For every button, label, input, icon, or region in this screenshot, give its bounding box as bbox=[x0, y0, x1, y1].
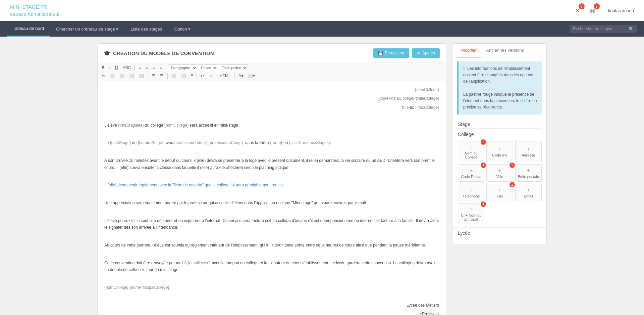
tabs-header: Modifier Anciennes versions bbox=[453, 44, 546, 57]
cut-button[interactable]: ✂ bbox=[100, 72, 107, 80]
main-content: 🎓 CRÉATION DU MODÈLE DE CONVENTION 💾 Enr… bbox=[87, 37, 557, 315]
info-icon: ℹ bbox=[463, 66, 465, 71]
btn-telephone[interactable]: + Téléphone bbox=[458, 184, 484, 201]
btn-label: Email bbox=[524, 194, 533, 198]
paste-word-button[interactable]: ⬜ bbox=[137, 72, 146, 80]
justify-button[interactable]: ≡ bbox=[158, 64, 164, 72]
copy-button[interactable]: ⬜ bbox=[108, 72, 117, 80]
btn-badge: 3 bbox=[481, 139, 486, 145]
editor-body[interactable]: {nomCollege} {codePostalCollege} {villeC… bbox=[98, 81, 446, 315]
bold-button[interactable]: B bbox=[100, 64, 107, 72]
toolbar-sep-3 bbox=[148, 73, 148, 79]
btn-label: Nom du Collège bbox=[460, 151, 483, 159]
toolbar-row-1: B I U ABC ≡ ≡ ≡ ≡ Paragraphe Titre 1 Tit… bbox=[100, 64, 444, 72]
editor-toolbar: B I U ABC ≡ ≡ ≡ ≡ Paragraphe Titre 1 Tit… bbox=[98, 63, 446, 81]
editor-line-13: Une appréciation sera également portée p… bbox=[104, 199, 439, 206]
eye-icon: 👁 bbox=[417, 51, 421, 55]
indent-button[interactable]: ⬜ bbox=[179, 72, 188, 80]
plus-icon: + bbox=[527, 146, 530, 152]
editor-line-9: A son arrivée 10 minutes avant le début … bbox=[104, 157, 439, 171]
btn-label: Code Postal bbox=[461, 175, 481, 179]
toolbar-sep-5 bbox=[197, 73, 197, 79]
preview-button[interactable]: 👁 Aperçu bbox=[412, 48, 440, 58]
align-center-button[interactable]: ≡ bbox=[144, 64, 150, 72]
numbering-button[interactable]: ☰ bbox=[158, 72, 166, 80]
btn-email[interactable]: + Email bbox=[515, 184, 542, 201]
undo-button[interactable]: ↩ bbox=[199, 72, 206, 80]
plus-icon: + bbox=[527, 187, 530, 193]
btn-fax[interactable]: + Fax 1 bbox=[486, 184, 513, 201]
nav-item-creneau[interactable]: Chercher un créneau de stage ▾ bbox=[50, 22, 124, 36]
editor-line-4 bbox=[104, 113, 439, 120]
plus-icon: + bbox=[498, 187, 501, 193]
editor-panel: 🎓 CRÉATION DU MODÈLE DE CONVENTION 💾 Enr… bbox=[97, 43, 446, 315]
nav-item-option[interactable]: Option ▾ bbox=[168, 22, 197, 36]
editor-line-14 bbox=[104, 208, 439, 215]
paste-text-button[interactable]: ⬜ bbox=[127, 72, 136, 80]
badge-icon-grid[interactable]: ▦ 3 bbox=[588, 5, 598, 15]
btn-label: Ville bbox=[496, 175, 503, 179]
font-select[interactable]: Police Arial Times bbox=[198, 64, 218, 71]
btn-boite-postale[interactable]: + Boite postale bbox=[515, 164, 542, 182]
section-title-college: Collège bbox=[453, 129, 546, 138]
editor-header: 🎓 CRÉATION DU MODÈLE DE CONVENTION 💾 Enr… bbox=[98, 44, 446, 63]
search-input[interactable] bbox=[573, 27, 627, 31]
font-size-select[interactable]: Taille police 12 14 bbox=[219, 64, 248, 71]
align-right-button[interactable]: ≡ bbox=[151, 64, 157, 72]
toolbar-sep-7 bbox=[234, 73, 235, 79]
align-left-button[interactable]: ≡ bbox=[137, 64, 143, 72]
sidebar-tabs: Modifier Anciennes versions ℹ Les inform… bbox=[453, 43, 547, 244]
btn-code-rne[interactable]: + Code rne bbox=[486, 141, 513, 162]
badge-count-2: 3 bbox=[594, 3, 600, 9]
info-box: ℹ Les informations de l'établissement do… bbox=[457, 61, 542, 115]
blockquote-button[interactable]: ❝ bbox=[189, 72, 195, 80]
editor-line-1: {nomCollege} bbox=[104, 86, 439, 93]
editor-line-22 bbox=[104, 293, 439, 300]
toolbar-row-2: ✂ ⬜ ⬜ ⬜ ⬜ ☰ ☰ ⬜ ⬜ ❝ ↩ ↪ HTML A▾ ⬜▾ bbox=[100, 72, 444, 80]
tab-modifier[interactable]: Modifier bbox=[457, 44, 481, 57]
nav-item-dashboard[interactable]: Tableau de bord bbox=[7, 21, 50, 37]
paste-button[interactable]: ⬜ bbox=[117, 72, 126, 80]
toolbar-sep-6 bbox=[216, 73, 216, 79]
toolbar-sep-1 bbox=[135, 65, 135, 71]
bg-color-button[interactable]: ⬜▾ bbox=[246, 72, 257, 80]
underline-button[interactable]: U bbox=[113, 64, 120, 72]
save-icon: 💾 bbox=[378, 51, 383, 55]
btn-adresse[interactable]: + Adresse bbox=[515, 141, 542, 162]
plus-icon: + bbox=[470, 187, 473, 193]
editor-line-18 bbox=[104, 251, 439, 257]
bullets-button[interactable]: ☰ bbox=[150, 72, 157, 80]
college-grid: + Nom du Collège 3 + Code rne + Adresse … bbox=[453, 138, 546, 227]
editor-line-12 bbox=[104, 191, 439, 197]
btn-badge: 1 bbox=[481, 163, 486, 168]
editor-line-3: N° Fax : {faxCollege} bbox=[104, 104, 439, 111]
editor-line-16 bbox=[104, 233, 439, 240]
sidebar-panel: Modifier Anciennes versions ℹ Les inform… bbox=[453, 43, 547, 315]
badge-icon-close[interactable]: ✕ 3 bbox=[573, 5, 583, 15]
italic-button[interactable]: I bbox=[107, 64, 112, 72]
btn-code-postal[interactable]: + Code Postal 1 bbox=[458, 164, 484, 182]
btn-label: Téléphone bbox=[463, 194, 480, 198]
btn-nom-college[interactable]: + Nom du Collège 3 bbox=[458, 141, 484, 162]
btn-ci-principal[interactable]: + Ci + Nom du principal 1 bbox=[458, 203, 484, 224]
editor-line-15: L'élève pourra s'il le souhaite déjeuner… bbox=[104, 217, 439, 231]
font-color-button[interactable]: A▾ bbox=[236, 72, 245, 80]
btn-label: Ci + Nom du principal bbox=[460, 213, 483, 221]
nav-search: 🔍 bbox=[570, 25, 637, 33]
redo-button[interactable]: ↪ bbox=[207, 72, 214, 80]
plus-icon: + bbox=[470, 168, 473, 174]
plus-icon: + bbox=[527, 168, 530, 174]
info-text-2: La pastille rouge indique la présence de… bbox=[463, 92, 537, 109]
nav-item-stages[interactable]: Liste des stages bbox=[124, 22, 168, 36]
outdent-button[interactable]: ⬜ bbox=[169, 72, 178, 80]
btn-ville[interactable]: + Ville 1 bbox=[486, 164, 513, 182]
tab-old-versions[interactable]: Anciennes versions bbox=[481, 44, 529, 57]
strikethrough-button[interactable]: ABC bbox=[121, 64, 133, 72]
save-button[interactable]: 💾 Enregistrer bbox=[373, 48, 409, 58]
editor-line-20 bbox=[104, 275, 439, 282]
html-button[interactable]: HTML bbox=[218, 72, 233, 80]
paragraph-select[interactable]: Paragraphe Titre 1 Titre 2 bbox=[168, 64, 197, 71]
section-title-stage: Stage bbox=[453, 119, 546, 128]
user-name: kontas yoann bbox=[608, 8, 634, 13]
navbar: Tableau de bord Chercher un créneau de s… bbox=[0, 21, 644, 37]
